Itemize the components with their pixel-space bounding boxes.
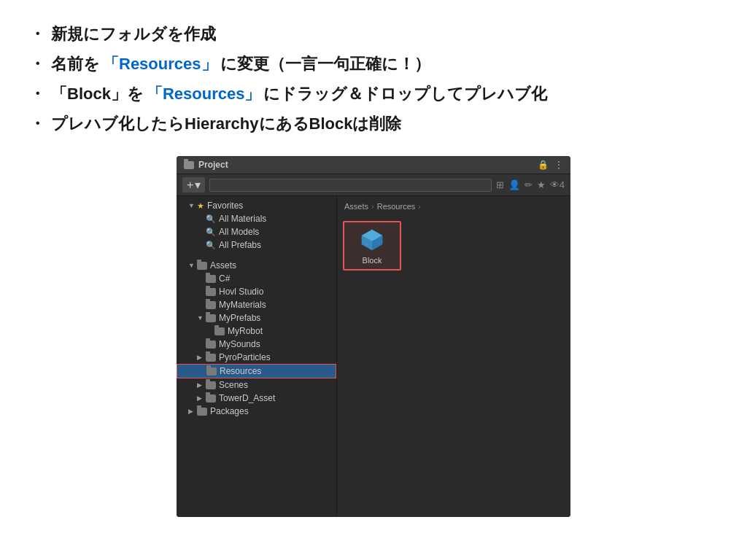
tree-mymaterials[interactable]: MyMaterials — [177, 298, 336, 311]
panel-content: ★ Favorites 🔍 All Materials 🔍 All Models… — [177, 196, 570, 517]
myprefabs-folder-icon — [206, 314, 216, 322]
scenes-arrow — [197, 381, 206, 389]
tree-csharp[interactable]: C# — [177, 272, 336, 285]
scenes-folder-icon — [206, 381, 216, 389]
search-icon-materials: 🔍 — [206, 214, 216, 224]
add-label: + — [187, 179, 193, 192]
packages-arrow — [188, 408, 197, 415]
block-cube-icon — [359, 227, 385, 253]
assets-label: Assets — [210, 260, 236, 271]
bullet-list: ・ 新規にフォルダを作成 ・ 名前を 「Resources」 に変更（一言一句正… — [29, 22, 718, 136]
towerd-folder-icon — [206, 394, 216, 402]
tree-assets[interactable]: Assets — [177, 259, 336, 272]
mysounds-folder-icon — [206, 341, 216, 349]
hovl-label: Hovl Studio — [219, 287, 263, 297]
tree-packages[interactable]: Packages — [177, 405, 336, 418]
csharp-label: C# — [219, 273, 230, 284]
mysounds-label: MySounds — [219, 339, 260, 349]
breadcrumb-sep-2: › — [418, 202, 421, 211]
panel-folder-icon — [184, 161, 194, 169]
towerd-arrow — [197, 394, 206, 402]
tree-all-prefabs[interactable]: 🔍 All Prefabs — [177, 238, 336, 252]
all-prefabs-label: All Prefabs — [219, 240, 261, 250]
hovl-folder-icon — [206, 288, 216, 296]
search-icon-prefabs: 🔍 — [206, 241, 216, 250]
tree-hovl-studio[interactable]: Hovl Studio — [177, 285, 336, 298]
tree-myrobot[interactable]: MyRobot — [177, 324, 336, 338]
content-items: Block — [340, 218, 568, 273]
panel-toolbar: + ▾ ⊞ 👤 ✏ ★ 👁4 — [177, 174, 570, 196]
myrobot-label: MyRobot — [228, 326, 263, 336]
content-panel: Assets › Resources › — [337, 196, 570, 517]
search-input[interactable] — [209, 179, 491, 192]
packages-label: Packages — [210, 406, 249, 416]
bullet-item-2: ・ 名前を 「Resources」 に変更（一言一句正確に！） — [29, 52, 718, 76]
bullet-text-4: プレハブ化したらHierarchyにあるBlockは削除 — [51, 112, 401, 136]
bullet-item-1: ・ 新規にフォルダを作成 — [29, 22, 718, 46]
breadcrumb: Assets › Resources › — [340, 199, 568, 214]
pyro-folder-icon — [206, 354, 216, 362]
bullet-item-4: ・ プレハブ化したらHierarchyにあるBlockは削除 — [29, 112, 718, 136]
mymaterials-label: MyMaterials — [219, 300, 266, 310]
search-icon-models: 🔍 — [206, 228, 216, 237]
breadcrumb-sep-1: › — [371, 202, 374, 211]
tree-all-models[interactable]: 🔍 All Models — [177, 225, 336, 238]
star-icon[interactable]: ★ — [537, 179, 546, 190]
favorites-label: Favorites — [207, 201, 243, 211]
all-models-label: All Models — [219, 227, 259, 237]
myprefabs-arrow — [197, 314, 206, 322]
panel-header: Project 🔒 ⋮ — [177, 156, 570, 174]
tree-favorites[interactable]: ★ Favorites — [177, 199, 336, 212]
bullet-highlight-resources-2: 「Resources」 — [147, 82, 261, 106]
tree-panel[interactable]: ★ Favorites 🔍 All Materials 🔍 All Models… — [177, 196, 337, 517]
mymaterials-folder-icon — [206, 301, 216, 309]
panel-header-icons: 🔒 ⋮ — [538, 160, 563, 170]
panel-title-label: Project — [198, 160, 228, 170]
breadcrumb-assets[interactable]: Assets — [344, 202, 368, 211]
person-icon[interactable]: 👤 — [508, 179, 520, 190]
breadcrumb-resources[interactable]: Resources — [377, 202, 416, 211]
resources-folder-icon — [206, 368, 217, 376]
towerd-label: TowerD_Asset — [219, 393, 275, 403]
packages-folder-icon — [197, 408, 207, 416]
assets-arrow — [188, 262, 197, 269]
unity-project-panel: Project 🔒 ⋮ + ▾ ⊞ 👤 ✏ ★ 👁4 ★ Favo — [177, 156, 570, 517]
grid-icon[interactable]: ⊞ — [496, 179, 504, 190]
favorites-arrow — [188, 202, 197, 209]
all-materials-label: All Materials — [219, 214, 266, 224]
bullet-highlight-resources-1: 「Resources」 — [103, 52, 217, 76]
scenes-label: Scenes — [219, 380, 248, 390]
csharp-folder-icon — [206, 275, 216, 283]
block-label: Block — [363, 256, 382, 265]
tree-towerd[interactable]: TowerD_Asset — [177, 392, 336, 405]
bullet-text-2b: に変更（一言一句正確に！） — [220, 52, 430, 76]
content-item-block[interactable]: Block — [343, 221, 401, 271]
pyro-arrow — [197, 354, 206, 361]
myprefabs-label: MyPrefabs — [219, 313, 260, 323]
kebab-icon[interactable]: ⋮ — [554, 160, 563, 170]
tree-mysounds[interactable]: MySounds — [177, 338, 336, 351]
bullet-text-1: 新規にフォルダを作成 — [51, 22, 216, 46]
eye-badge-icon[interactable]: 👁4 — [550, 179, 565, 190]
bullet-text-2a: 名前を — [51, 52, 100, 76]
panel-title: Project — [184, 160, 228, 170]
pencil-icon[interactable]: ✏ — [525, 179, 533, 190]
tree-resources[interactable]: Resources — [177, 364, 336, 378]
pyroparticles-label: PyroParticles — [219, 352, 271, 362]
add-button[interactable]: + ▾ — [182, 177, 205, 192]
favorites-star-icon: ★ — [197, 201, 204, 211]
myrobot-folder-icon — [214, 327, 225, 335]
tree-pyroparticles[interactable]: PyroParticles — [177, 351, 336, 364]
tree-myprefabs[interactable]: MyPrefabs — [177, 311, 336, 324]
bullet-text-3a: 「Block」を — [51, 82, 144, 106]
add-arrow: ▾ — [195, 178, 201, 192]
bullet-text-3b: にドラッグ＆ドロップしてプレハブ化 — [263, 82, 547, 106]
assets-folder-icon — [197, 262, 207, 270]
toolbar-icons: ⊞ 👤 ✏ ★ 👁4 — [496, 179, 565, 190]
lock-icon[interactable]: 🔒 — [538, 160, 549, 170]
bullet-item-3: ・ 「Block」を 「Resources」 にドラッグ＆ドロップしてプレハブ化 — [29, 82, 718, 106]
tree-scenes[interactable]: Scenes — [177, 378, 336, 392]
resources-label: Resources — [220, 366, 261, 376]
tree-all-materials[interactable]: 🔍 All Materials — [177, 212, 336, 225]
